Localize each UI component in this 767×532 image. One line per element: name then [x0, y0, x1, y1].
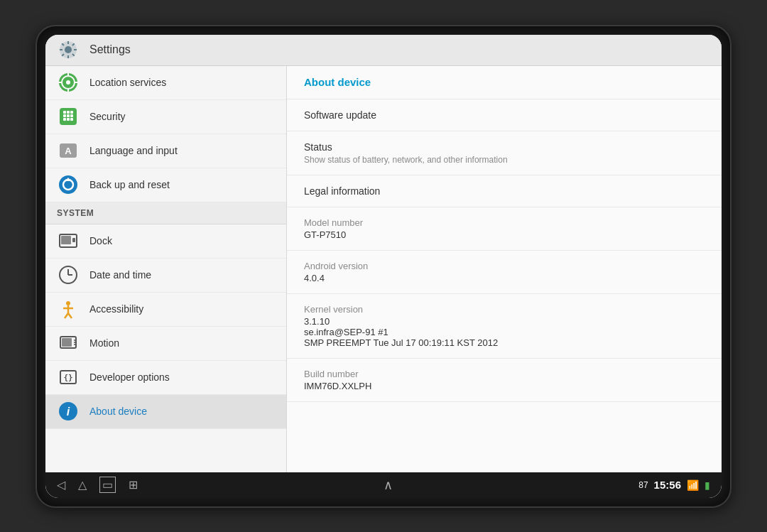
svg-rect-18: [70, 111, 73, 114]
sidebar-item-developer-options[interactable]: {} Developer options: [45, 361, 286, 395]
detail-subtitle: IMM76D.XXLPH: [304, 381, 705, 391]
svg-rect-25: [72, 238, 75, 242]
settings-header-icon: [57, 38, 80, 61]
svg-point-4: [66, 80, 70, 85]
svg-rect-35: [62, 338, 72, 347]
detail-software-update[interactable]: Software update: [287, 99, 722, 131]
nav-recents-button[interactable]: ▭: [99, 477, 116, 493]
language-icon: A: [57, 139, 80, 162]
sidebar-item-backup-reset[interactable]: Back up and reset: [45, 168, 286, 202]
svg-rect-17: [67, 111, 70, 114]
detail-subtitle: 3.1.10 se.infra@SEP-91 #1 SMP PREEMPT Tu…: [304, 316, 705, 348]
svg-point-29: [66, 301, 70, 305]
location-icon: [57, 71, 80, 94]
svg-rect-16: [63, 111, 66, 114]
sidebar-item-label: Location services: [89, 77, 166, 88]
detail-title: Software update: [304, 109, 705, 121]
sidebar-item-label: About device: [89, 406, 147, 417]
detail-status[interactable]: Status Show status of battery, network, …: [287, 131, 722, 175]
settings-header: Settings: [45, 35, 722, 66]
svg-rect-13: [63, 118, 66, 121]
accessibility-icon: [57, 298, 80, 320]
sidebar-item-motion[interactable]: Motion: [45, 327, 286, 361]
svg-text:{}: {}: [63, 373, 72, 382]
security-icon: [57, 105, 80, 128]
sidebar-item-about-device[interactable]: i About device: [45, 395, 286, 429]
battery-level: 87: [638, 480, 648, 490]
svg-point-1: [65, 46, 72, 53]
backup-icon: [57, 173, 80, 196]
svg-rect-15: [70, 118, 73, 121]
wifi-icon: 📶: [687, 479, 699, 491]
sidebar-item-label: Back up and reset: [89, 179, 170, 190]
sidebar-item-accessibility[interactable]: Accessibility: [45, 293, 286, 327]
motion-icon: [57, 332, 80, 354]
nav-grid-button[interactable]: ⊞: [129, 478, 138, 492]
svg-text:A: A: [65, 146, 72, 156]
detail-kernel-version: Kernel version 3.1.10 se.infra@SEP-91 #1…: [287, 294, 722, 359]
header-title: Settings: [89, 43, 131, 56]
time-display: 15:56: [654, 479, 681, 491]
detail-subtitle: 4.0.4: [304, 273, 705, 283]
detail-about-device-header: About device: [287, 66, 722, 99]
svg-line-33: [68, 313, 72, 318]
tablet-frame: Settings: [36, 25, 731, 508]
sidebar-item-label: Language and input: [89, 145, 178, 156]
datetime-icon: [57, 264, 80, 286]
detail-title: Build number: [304, 369, 705, 379]
detail-legal-information[interactable]: Legal information: [287, 175, 722, 207]
sidebar-item-dock[interactable]: Dock: [45, 224, 286, 259]
detail-subtitle: Show status of battery, network, and oth…: [304, 155, 705, 165]
detail-title: Status: [304, 141, 705, 153]
detail-panel-title: About device: [304, 76, 371, 88]
svg-rect-10: [63, 114, 66, 117]
sidebar-item-label: Security: [89, 111, 126, 122]
developer-icon: {}: [57, 366, 80, 389]
nav-back-button[interactable]: ◁: [57, 478, 65, 492]
sidebar-item-date-time[interactable]: Date and time: [45, 259, 286, 293]
detail-title: Kernel version: [304, 304, 705, 315]
sidebar-item-label: Date and time: [89, 269, 151, 281]
right-panel: About device Software update Status Show…: [287, 66, 722, 472]
nav-home-button[interactable]: △: [78, 478, 87, 492]
detail-android-version: Android version 4.0.4: [287, 251, 722, 294]
sidebar-item-label: Developer options: [89, 371, 170, 383]
system-section-header: System: [45, 202, 286, 224]
battery-icon: ▮: [705, 479, 710, 491]
dock-icon: [57, 229, 80, 252]
screen: Settings: [45, 35, 722, 498]
detail-title: Model number: [304, 217, 705, 228]
sidebar-item-location-services[interactable]: Location services: [45, 66, 286, 100]
about-icon: i: [57, 400, 80, 423]
detail-subtitle: GT-P7510: [304, 229, 705, 240]
status-indicators: 87 15:56 📶 ▮: [638, 479, 710, 491]
svg-rect-11: [67, 114, 70, 117]
nav-buttons: ◁ △ ▭ ⊞: [57, 477, 138, 493]
sidebar-item-label: Accessibility: [89, 303, 143, 315]
sidebar: Location services: [45, 66, 287, 472]
svg-text:i: i: [67, 406, 70, 418]
status-bar: ◁ △ ▭ ⊞ ∧ 87 15:56 📶 ▮: [45, 472, 722, 498]
nav-up-button[interactable]: ∧: [384, 477, 393, 493]
nav-up-area: ∧: [384, 477, 393, 493]
sidebar-item-label: Motion: [89, 337, 119, 349]
svg-rect-24: [61, 236, 71, 244]
svg-rect-12: [70, 114, 73, 117]
main-content: Location services: [45, 66, 722, 472]
detail-title: Legal information: [304, 185, 705, 197]
detail-title: Android version: [304, 261, 705, 271]
sidebar-item-label: Dock: [89, 235, 112, 246]
sidebar-item-security[interactable]: Security: [45, 100, 286, 134]
sidebar-item-language-input[interactable]: A Language and input: [45, 134, 286, 168]
detail-build-number: Build number IMM76D.XXLPH: [287, 359, 722, 402]
detail-model-number: Model number GT-P7510: [287, 207, 722, 251]
svg-rect-14: [67, 118, 70, 121]
